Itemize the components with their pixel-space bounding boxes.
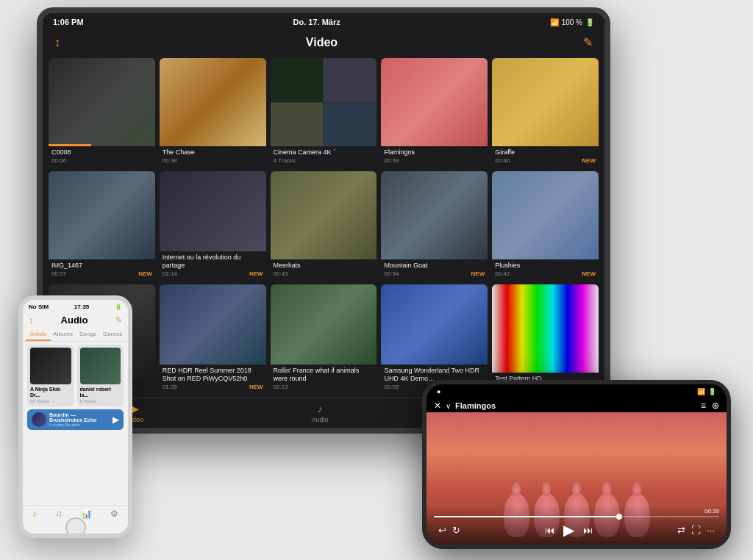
video-thumbnail-meerkats	[271, 171, 377, 259]
video-item-internet[interactable]: Internet ou la révolution du partage 02:…	[160, 171, 266, 280]
video-info-mountaingoat: Mountain Goat 00:54 NEW	[381, 259, 488, 280]
audio-artist-grid: A Ninja Slob Dr... 22 Tracks daniel robe…	[27, 345, 124, 406]
video-item-mountaingoat[interactable]: Mountain Goat 00:54 NEW	[381, 171, 488, 280]
ipad-status-right: 📶 100 % 🔋	[550, 18, 594, 26]
player-airplay-icon[interactable]: ⊕	[712, 401, 719, 411]
iphone-audio-content: A Ninja Slob Dr... 22 Tracks daniel robe…	[23, 342, 128, 505]
bottom-icon-stats[interactable]: 📊	[81, 509, 92, 519]
battery-icon: 🔋	[585, 18, 594, 26]
player-play-button[interactable]: ▶	[563, 521, 574, 539]
video-item-cinema[interactable]: Cinema Camera 4K ʼ 4 Tracks	[271, 58, 377, 167]
video-duration: 00:07	[51, 270, 66, 277]
player-video-title: Flamingos	[455, 401, 496, 410]
tab-genres[interactable]: Genres	[100, 329, 125, 341]
player-loop-button[interactable]: ↻	[452, 525, 460, 536]
player-progress-bar[interactable]	[434, 516, 719, 517]
ipad-bottom-audio[interactable]: ♪ Audio	[311, 403, 328, 423]
video-info-c0008: C0008 00:06	[49, 146, 155, 167]
audio-sort-icon[interactable]: ↕	[29, 315, 33, 326]
video-thumbnail-internet	[160, 171, 266, 251]
ipad-date: Do. 17. März	[293, 18, 340, 26]
wifi-icon: 📶	[550, 18, 559, 26]
player-more-button[interactable]: ···	[707, 525, 715, 536]
video-thumbnail-flamingos	[381, 58, 488, 146]
video-item-testpattern[interactable]: Test Pattern HD NEW	[492, 284, 599, 393]
progress-bar	[49, 144, 91, 146]
audio-now-playing[interactable]: Bourdin — Brushstrokes Echo Lucette Bour…	[27, 409, 124, 430]
player-video-area: 00:39 ↩ ↻ ⏮ ▶ ⏭	[427, 412, 727, 545]
player-next-button[interactable]: ⏭	[583, 525, 593, 536]
tab-albums[interactable]: Albums	[51, 329, 76, 341]
bottom-icon-audio[interactable]: ♫	[55, 509, 62, 519]
cinema-sub-3	[271, 103, 324, 147]
bottom-icon-settings[interactable]: ⚙	[110, 509, 118, 519]
video-item-img1467[interactable]: IMG_1467 00:07 NEW	[49, 171, 155, 280]
video-info-plushies: Plushies 00:42 NEW	[492, 259, 599, 280]
video-thumbnail-c0008	[49, 58, 155, 146]
video-title: RED HDR Reel Summer 2018 Shot on RED PiW…	[163, 367, 263, 383]
player-rewind-button[interactable]: ↩	[438, 525, 446, 536]
audio-item-subtitle: 6 Tracks	[80, 399, 121, 403]
video-info-internet: Internet ou la révolution du partage 02:…	[160, 251, 266, 280]
iphone-audio-battery: 🔋	[115, 304, 122, 310]
audio-edit-icon[interactable]: ✎	[115, 315, 122, 325]
video-title: Rollin' France what if animals were roun…	[274, 367, 374, 383]
player-battery-icon: 🔋	[708, 388, 716, 395]
audio-play-button[interactable]: ▶	[113, 414, 119, 425]
video-item-rollin[interactable]: Rollin' France what if animals were roun…	[271, 284, 377, 393]
now-playing-artist: Lucette Bourdin	[49, 423, 110, 427]
video-meta: 00:39	[384, 157, 485, 164]
video-item-meerkats[interactable]: Meerkats 00:43	[271, 171, 377, 280]
player-chevron-icon[interactable]: ∨	[446, 402, 451, 410]
iphone-audio-screen: No SIM 17:35 🔋 ↕ Audio ✎ Artists Albums …	[23, 300, 128, 534]
video-duration: 00:05	[384, 384, 399, 390]
video-thumbnail-img1467	[49, 171, 155, 259]
player-controls-main: ⏮ ▶ ⏭	[545, 521, 593, 539]
tab-artists[interactable]: Artists	[26, 329, 51, 341]
video-meta: 02:14 NEW	[163, 270, 263, 277]
edit-icon[interactable]: ✎	[583, 35, 593, 49]
player-wifi-icon: 📶	[697, 388, 705, 395]
player-header-right: ≡ ⊕	[701, 401, 719, 411]
tab-songs[interactable]: Songs	[76, 329, 101, 341]
audio-item-subtitle: 22 Tracks	[30, 399, 71, 403]
audio-tab-icon: ♪	[317, 403, 322, 414]
video-duration: 02:14	[163, 270, 177, 277]
bottom-icon-music[interactable]: ♪	[32, 509, 37, 519]
player-settings-icon[interactable]: ≡	[701, 401, 706, 411]
audio-thumb-daniel	[80, 348, 121, 384]
video-meta: 00:38	[163, 157, 263, 164]
player-progress-container[interactable]	[434, 516, 719, 517]
player-controls-overlay: 00:39 ↩ ↻ ⏮ ▶ ⏭	[427, 505, 727, 545]
iphone-audio-status-bar: No SIM 17:35 🔋	[23, 300, 128, 313]
player-shuffle-button[interactable]: ⇄	[677, 525, 685, 536]
video-item-chase[interactable]: The Chase 00:38	[160, 58, 266, 167]
player-fullscreen-button[interactable]: ⛶	[691, 525, 701, 536]
video-item-c0008[interactable]: C0008 00:06	[49, 58, 155, 167]
video-tracks: 4 Tracks	[274, 157, 296, 164]
iphone-player-screen: ● 📶 🔋 ✕ ∨ Flamingos ≡ ⊕	[427, 384, 727, 545]
player-close-button[interactable]: ✕	[434, 401, 441, 411]
video-duration: 00:06	[51, 157, 66, 164]
video-thumbnail-plushies	[492, 171, 599, 259]
video-item-flamingos[interactable]: Flamingos 00:39	[381, 58, 488, 167]
iphone-audio-time: 17:35	[74, 304, 89, 310]
home-button[interactable]	[65, 517, 86, 538]
iphone-audio-device: No SIM 17:35 🔋 ↕ Audio ✎ Artists Albums …	[18, 295, 132, 538]
audio-item-daniel[interactable]: daniel robert la... 6 Tracks	[77, 345, 124, 406]
audio-item-title: A Ninja Slob Dr...	[30, 387, 71, 399]
player-prev-button[interactable]: ⏮	[545, 525, 554, 536]
video-duration: 00:40	[495, 157, 510, 164]
iphone-audio-tabs: Artists Albums Songs Genres	[23, 329, 128, 342]
video-item-giraffe[interactable]: Giraffe 00:40 NEW	[492, 58, 599, 167]
video-new-badge: NEW	[249, 270, 263, 277]
video-item-samsung[interactable]: Samsung Wonderland Two HDR UHD 4K Demo… …	[381, 284, 488, 393]
video-title: Flamingos	[384, 148, 485, 157]
video-info-chase: The Chase 00:38	[160, 146, 266, 167]
iphone-audio-header: ↕ Audio ✎	[23, 313, 128, 329]
video-item-red[interactable]: RED HDR Reel Summer 2018 Shot on RED PiW…	[160, 284, 266, 393]
sort-icon[interactable]: ↕	[54, 36, 60, 49]
video-new-badge: NEW	[138, 270, 152, 277]
audio-item-ninja[interactable]: A Ninja Slob Dr... 22 Tracks	[27, 345, 74, 406]
video-item-plushies[interactable]: Plushies 00:42 NEW	[492, 171, 599, 280]
